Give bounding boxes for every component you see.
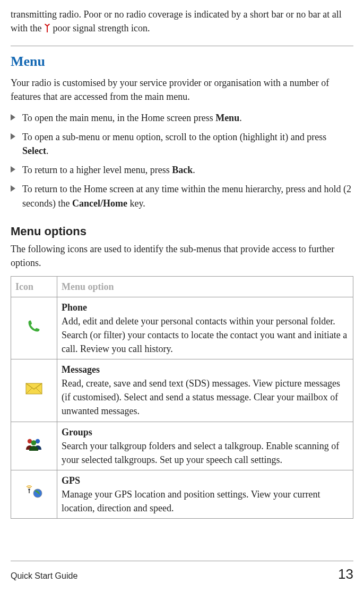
footer-doc-title: Quick Start Guide	[11, 570, 77, 582]
list-item: To return to the Home screen at any time…	[11, 182, 353, 210]
list-item: To open a sub-menu or menu option, scrol…	[11, 130, 353, 158]
menu-description: Your radio is customised by your service…	[11, 76, 353, 104]
table-cell: GPS Manage your GPS location and positio…	[57, 470, 353, 518]
footer-page-number: 13	[338, 564, 353, 585]
table-row: Groups Search your talkgroup folders and…	[11, 422, 353, 470]
page-footer: Quick Start Guide 13	[11, 561, 353, 585]
table-cell: Phone Add, edit and delete your personal…	[57, 297, 353, 359]
menu-instruction-list: To open the main menu, in the Home scree…	[11, 111, 353, 210]
svg-line-1	[45, 24, 48, 26]
table-row: Phone Add, edit and delete your personal…	[11, 297, 353, 359]
menu-heading: Menu	[11, 52, 353, 72]
table-cell: Messages Read, create, save and send tex…	[57, 359, 353, 422]
messages-icon	[11, 359, 57, 422]
table-row: GPS Manage your GPS location and positio…	[11, 470, 353, 518]
menu-options-heading: Menu options	[11, 223, 353, 240]
svg-point-11	[28, 489, 30, 491]
poor-signal-icon	[44, 22, 50, 36]
list-item: To return to a higher level menu, press …	[11, 163, 353, 177]
section-divider	[11, 46, 353, 46]
table-row: Messages Read, create, save and send tex…	[11, 359, 353, 422]
table-cell: Groups Search your talkgroup folders and…	[57, 422, 353, 470]
table-header-option: Menu option	[57, 276, 353, 297]
menu-options-desc: The following icons are used to identify…	[11, 242, 353, 270]
phone-icon	[11, 297, 57, 359]
intro-text-2: poor signal strength icon.	[53, 23, 150, 33]
menu-options-table: Icon Menu option Phone Add, edit and del…	[11, 276, 353, 519]
svg-line-2	[47, 24, 50, 26]
list-item: To open the main menu, in the Home scree…	[11, 111, 353, 125]
gps-icon	[11, 470, 57, 518]
intro-paragraph: transmitting radio. Poor or no radio cov…	[11, 7, 353, 36]
groups-icon	[11, 422, 57, 470]
table-header-icon: Icon	[11, 276, 57, 297]
svg-point-8	[31, 440, 37, 445]
